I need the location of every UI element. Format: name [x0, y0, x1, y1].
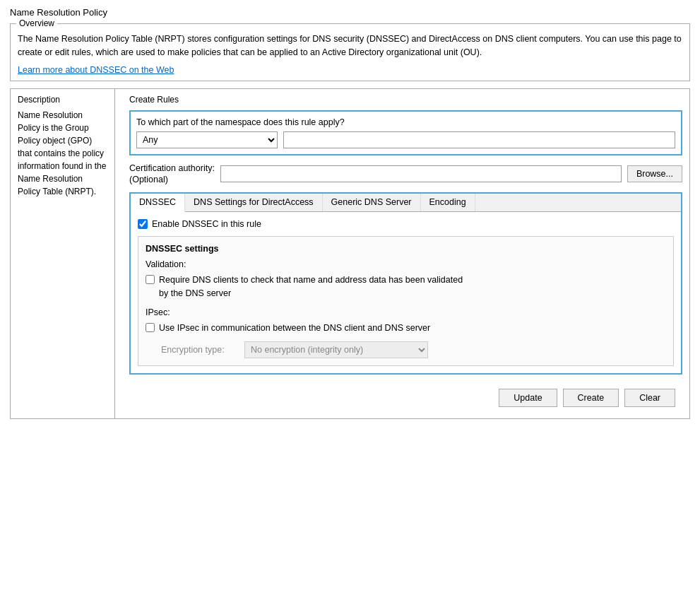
namespace-input[interactable] — [283, 131, 675, 148]
clear-button[interactable]: Clear — [624, 389, 675, 407]
create-rules-panel: Create Rules To which part of the namesp… — [122, 89, 689, 419]
create-button[interactable]: Create — [563, 389, 619, 407]
tabs-outer-box: DNSSEC DNS Settings for DirectAccess Gen… — [129, 192, 682, 375]
main-layout: Description Name Resolution Policy is th… — [10, 88, 690, 420]
tab-generic-dns[interactable]: Generic DNS Server — [323, 194, 421, 211]
ipsec-label: IPsec: — [146, 307, 666, 317]
encryption-row: Encryption type: No encryption (integrit… — [161, 341, 666, 358]
encryption-type-select[interactable]: No encryption (integrity only) Low Mediu… — [244, 341, 428, 358]
description-label: Description — [18, 95, 107, 105]
create-rules-title: Create Rules — [129, 95, 682, 105]
description-text: Name Resolution Policy is the Group Poli… — [18, 109, 107, 198]
learn-more-link[interactable]: Learn more about DNSSEC on the Web — [18, 65, 174, 75]
cert-authority-row: Certification authority:(Optional) Brows… — [129, 163, 682, 186]
page-title: Name Resolution Policy — [10, 7, 690, 18]
tab-encoding[interactable]: Encoding — [421, 194, 475, 211]
cert-authority-input[interactable] — [220, 165, 622, 182]
browse-button[interactable]: Browse... — [627, 165, 682, 182]
cert-authority-label: Certification authority:(Optional) — [129, 163, 215, 186]
namespace-question: To which part of the namespace does this… — [136, 117, 675, 127]
validation-checkbox[interactable] — [146, 275, 155, 284]
description-panel: Description Name Resolution Policy is th… — [11, 89, 115, 419]
enable-dnssec-checkbox[interactable] — [138, 219, 148, 229]
tabs-header: DNSSEC DNS Settings for DirectAccess Gen… — [131, 194, 681, 212]
tab-content-dnssec: Enable DNSSEC in this rule DNSSEC settin… — [131, 212, 681, 373]
encryption-type-label: Encryption type: — [161, 345, 239, 355]
namespace-row: Any Suffix Prefix FQDN Subnet — [136, 131, 675, 148]
ipsec-checkbox-text: Use IPsec in communication between the D… — [159, 322, 430, 335]
validation-row: Require DNS clients to check that name a… — [146, 273, 666, 300]
namespace-box: To which part of the namespace does this… — [129, 110, 682, 155]
overview-label: Overview — [16, 18, 57, 28]
namespace-select[interactable]: Any Suffix Prefix FQDN Subnet — [136, 131, 278, 148]
tab-dnssec[interactable]: DNSSEC — [131, 194, 185, 212]
ipsec-checkbox[interactable] — [146, 323, 155, 332]
enable-dnssec-row: Enable DNSSEC in this rule — [138, 219, 674, 229]
validation-label: Validation: — [146, 259, 666, 269]
overview-text: The Name Resolution Policy Table (NRPT) … — [18, 33, 682, 59]
overview-section: Overview The Name Resolution Policy Tabl… — [10, 23, 690, 81]
overview-text-content: The Name Resolution Policy Table (NRPT) … — [18, 34, 682, 57]
update-button[interactable]: Update — [499, 389, 557, 407]
tab-dns-directaccess[interactable]: DNS Settings for DirectAccess — [185, 194, 323, 211]
dnssec-settings-box: DNSSEC settings Validation: Require DNS … — [138, 236, 674, 366]
enable-dnssec-label: Enable DNSSEC in this rule — [152, 219, 261, 229]
dnssec-settings-title: DNSSEC settings — [146, 244, 666, 254]
validation-checkbox-text: Require DNS clients to check that name a… — [159, 273, 463, 300]
buttons-row: Update Create Clear — [129, 382, 682, 413]
ipsec-row: Use IPsec in communication between the D… — [146, 322, 666, 335]
page-container: Name Resolution Policy Overview The Name… — [0, 0, 700, 600]
